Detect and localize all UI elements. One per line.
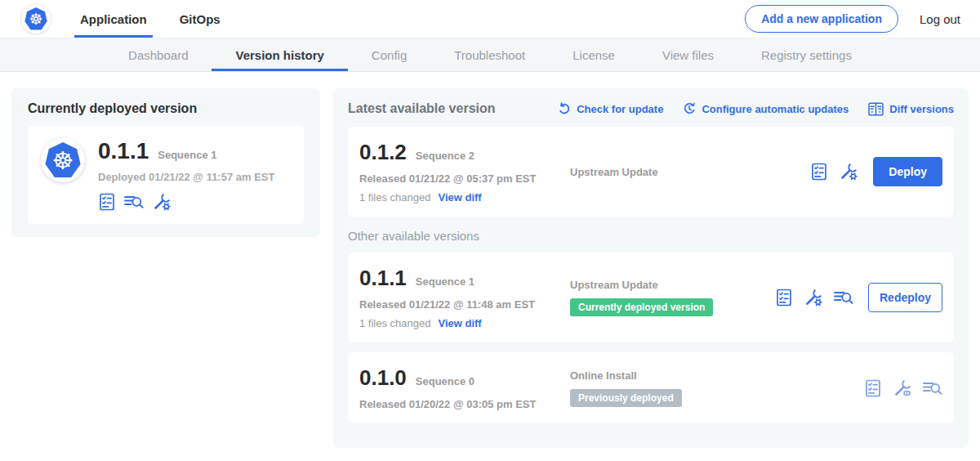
latest-version-title: Latest available version	[348, 101, 496, 116]
edit-config-icon[interactable]	[804, 288, 823, 307]
deploy-button[interactable]: Deploy	[873, 157, 942, 186]
top-tabs: Application GitOps	[74, 0, 247, 38]
version-number: 0.1.1	[359, 266, 407, 291]
kubernetes-wheel-glyph: ☸	[29, 10, 42, 29]
top-nav: ☸ Application GitOps Add a new applicati…	[0, 0, 980, 38]
source-label: Upstream Update	[570, 279, 775, 291]
main-content: Currently deployed version ☸ 0.1.1 Seque…	[0, 72, 980, 461]
kubernetes-wheel-glyph: ☸	[52, 146, 74, 175]
preflight-checks-icon[interactable]	[810, 163, 828, 181]
subnav-config[interactable]: Config	[348, 38, 430, 71]
deployed-timestamp: Deployed 01/21/22 @ 11:57 am EST	[98, 171, 274, 183]
topnav-right: Add a new application Log out	[745, 0, 960, 38]
tab-application[interactable]: Application	[74, 0, 153, 38]
preflight-checks-icon[interactable]	[98, 193, 116, 211]
currently-deployed-badge: Currently deployed version	[570, 298, 713, 316]
deployed-app-logo: ☸	[41, 138, 85, 182]
subnav-version-history[interactable]: Version history	[212, 38, 347, 71]
tab-gitops[interactable]: GitOps	[174, 0, 226, 38]
deployed-version-card: ☸ 0.1.1 Sequence 1 Deployed 01/21/22 @ 1…	[28, 126, 304, 224]
version-info: 0.1.1 Sequence 1 Released 01/21/22 @ 11:…	[359, 266, 570, 329]
redeploy-button[interactable]: Redeploy	[868, 283, 942, 312]
configure-automatic-updates-link[interactable]: Configure automatic updates	[683, 102, 849, 115]
released-timestamp: Released 01/20/22 @ 03:05 pm EST	[359, 398, 570, 410]
deploy-logs-icon[interactable]	[834, 289, 853, 307]
version-source: Upstream Update Currently deployed versi…	[570, 279, 775, 316]
version-info: 0.1.2 Sequence 2 Released 01/21/22 @ 05:…	[359, 140, 570, 204]
released-timestamp: Released 01/21/22 @ 11:48 am EST	[359, 298, 570, 311]
deploy-logs-icon[interactable]	[124, 193, 144, 211]
logout-button[interactable]: Log out	[920, 12, 960, 26]
deploy-logs-icon[interactable]	[923, 379, 942, 397]
kubernetes-logo-icon: ☸	[45, 142, 81, 178]
refresh-icon	[558, 102, 571, 115]
version-card-0-1-1: 0.1.1 Sequence 1 Released 01/21/22 @ 11:…	[348, 253, 954, 342]
subnav-dashboard[interactable]: Dashboard	[105, 38, 212, 71]
edit-config-icon[interactable]	[839, 162, 858, 181]
app-sub-nav: Dashboard Version history Config Trouble…	[0, 38, 980, 72]
version-card-0-1-2: 0.1.2 Sequence 2 Released 01/21/22 @ 05:…	[348, 127, 954, 217]
preflight-checks-icon[interactable]	[775, 289, 793, 307]
view-diff-link[interactable]: View diff	[438, 191, 481, 204]
app-logo: ☸	[20, 3, 51, 34]
version-card-actions: Deploy	[810, 157, 942, 186]
version-number: 0.1.2	[359, 140, 407, 165]
version-source: Online Install Previously deployed	[570, 369, 864, 407]
deployed-panel-title: Currently deployed version	[28, 101, 304, 116]
subnav-view-files[interactable]: View files	[639, 38, 737, 71]
version-info: 0.1.0 Sequence 0 Released 01/20/22 @ 03:…	[359, 365, 570, 410]
version-card-0-1-0: 0.1.0 Sequence 0 Released 01/20/22 @ 03:…	[348, 352, 954, 423]
currently-deployed-panel: Currently deployed version ☸ 0.1.1 Seque…	[11, 88, 320, 237]
sequence-label: Sequence 1	[416, 275, 474, 288]
check-for-update-label: Check for update	[577, 103, 663, 115]
source-label: Upstream Update	[570, 166, 810, 178]
latest-version-header: Latest available version Check for updat…	[348, 101, 954, 116]
clock-refresh-icon	[683, 102, 696, 115]
files-changed-label: 1 files changed	[359, 317, 430, 329]
deployed-card-actions	[98, 192, 274, 212]
diff-icon	[868, 102, 884, 116]
diff-versions-link[interactable]: Diff versions	[868, 102, 954, 116]
subnav-registry-settings[interactable]: Registry settings	[737, 38, 875, 71]
subnav-license[interactable]: License	[549, 38, 639, 71]
deployed-sequence-label: Sequence 1	[158, 149, 216, 161]
configure-automatic-updates-label: Configure automatic updates	[702, 103, 849, 115]
released-timestamp: Released 01/21/22 @ 05:37 pm EST	[359, 172, 570, 185]
version-history-panel: Latest available version Check for updat…	[333, 88, 969, 448]
deployed-card-body: 0.1.1 Sequence 1 Deployed 01/21/22 @ 11:…	[98, 138, 274, 212]
edit-config-icon[interactable]	[152, 192, 172, 212]
kubernetes-logo-icon: ☸	[24, 7, 47, 30]
sequence-label: Sequence 0	[416, 375, 474, 387]
version-number: 0.1.0	[359, 365, 407, 391]
version-source: Upstream Update	[570, 166, 810, 178]
add-application-button[interactable]: Add a new application	[745, 5, 898, 33]
previously-deployed-badge: Previously deployed	[570, 389, 682, 407]
files-changed-label: 1 files changed	[359, 191, 430, 204]
view-config-icon[interactable]	[893, 378, 912, 398]
diff-versions-label: Diff versions	[889, 103, 954, 115]
version-card-actions	[864, 378, 942, 398]
version-actions: Check for update Configure automatic upd…	[558, 102, 954, 116]
deployed-version-number: 0.1.1	[98, 138, 149, 164]
subnav-troubleshoot[interactable]: Troubleshoot	[430, 38, 549, 71]
other-versions-title: Other available versions	[348, 229, 954, 243]
version-card-actions: Redeploy	[775, 283, 942, 312]
sequence-label: Sequence 2	[416, 150, 474, 162]
view-diff-link[interactable]: View diff	[438, 317, 481, 329]
source-label: Online Install	[570, 369, 864, 382]
check-for-update-link[interactable]: Check for update	[558, 102, 663, 115]
preflight-checks-icon[interactable]	[864, 379, 882, 397]
